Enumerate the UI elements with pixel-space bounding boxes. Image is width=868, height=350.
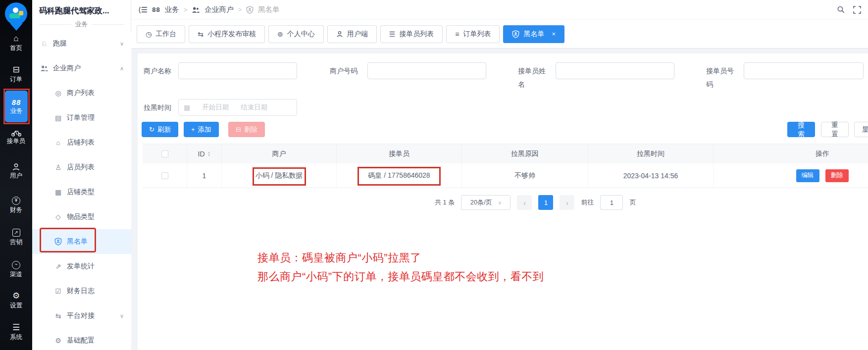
sidebar-item-users[interactable]: 用户 — [0, 162, 32, 180]
logo-parcel-icon — [19, 11, 23, 15]
plus-icon: + — [191, 126, 195, 133]
sidebar-item-system[interactable]: ☰ 系统 — [0, 323, 32, 341]
goods-type-icon: ◇ — [54, 213, 62, 221]
sidebar-item-orders[interactable]: ⊟ 订单 — [0, 65, 32, 83]
menu-item-merchant-list[interactable]: ◎ 商户列表 — [32, 81, 131, 105]
menu-item-finance-log[interactable]: ☑ 财务日志 — [32, 279, 131, 303]
fullscreen-icon[interactable] — [853, 6, 861, 14]
main-area: ⟨☰ 88 业务 > 企业商户 > 黑名单 — [131, 0, 868, 350]
logo-rider-icon — [13, 7, 18, 13]
tab-user-client[interactable]: 用户端 — [327, 25, 377, 43]
merchant-list-icon: ◎ — [54, 89, 62, 97]
reset-button[interactable]: 重置 — [821, 122, 849, 137]
menu-item-goods-type[interactable]: ◇ 物品类型 — [32, 204, 131, 229]
page-size-select[interactable]: 20条/页 ∨ — [461, 195, 511, 210]
sidebar-item-couriers[interactable]: 接单员 — [0, 128, 32, 145]
search-button[interactable]: 搜索 — [787, 122, 815, 137]
tab-profile-center[interactable]: ⊚ 个人中心 — [268, 25, 324, 43]
logo-pin-icon — [5, 2, 27, 25]
merchant-phone-input[interactable] — [367, 62, 486, 79]
add-button[interactable]: + 添加 — [184, 122, 219, 137]
close-icon[interactable]: × — [552, 30, 556, 38]
breadcrumb-enterprise-merchants[interactable]: 企业商户 — [204, 5, 233, 14]
sidebar-item-finance[interactable]: ¥ 财务 — [0, 195, 32, 214]
delete-button[interactable]: ⊟ 删除 — [228, 122, 265, 137]
finance-log-icon: ☑ — [54, 287, 62, 295]
gear-icon: ⚙ — [0, 291, 32, 301]
menu-item-dispatch-stats[interactable]: ⇗ 发单统计 — [32, 254, 131, 279]
menu-item-enterprise-merchants[interactable]: 企业商户 ∧ — [32, 56, 131, 81]
table-header: ID ▲▼ 商户 接单员 拉黑原因 拉黑时间 操作 — [143, 144, 868, 163]
block-time-range-input[interactable]: ▦ 开始日期 结束日期 — [178, 99, 297, 116]
blacklist-panel: 商户名称 商户号码 接单员姓名 接单员号码 拉黑时间 ▦ 开始日期 结束日期 ↻… — [138, 53, 868, 350]
refresh-button[interactable]: ↻ 刷新 — [142, 122, 178, 137]
order-icon: ⊟ — [0, 65, 32, 75]
row-delete-button[interactable]: 删除 — [825, 169, 849, 182]
sort-icon[interactable]: ▲▼ — [207, 151, 211, 157]
list-icon: ☰ — [389, 30, 396, 38]
person-icon — [336, 31, 343, 38]
merchant-name-input[interactable] — [178, 62, 297, 79]
col-header-courier: 接单员 — [337, 144, 462, 163]
shield-icon — [512, 30, 519, 38]
home-icon: ⌂ — [0, 34, 32, 44]
select-all-checkbox[interactable] — [161, 150, 168, 157]
breadcrumb-business[interactable]: 业务 — [165, 5, 179, 14]
menu-item-errand[interactable]: ♘ 跑腿 ∨ — [32, 31, 131, 56]
menu-item-blacklist[interactable]: 黑名单 — [32, 229, 131, 254]
menu-item-order-management[interactable]: ▤ 订单管理 — [32, 105, 131, 130]
tab-workbench[interactable]: ◷ 工作台 — [137, 25, 185, 43]
edit-button[interactable]: 编辑 — [796, 169, 819, 182]
secondary-sidebar: 码科跑腿代驾家政... 业务 ♘ 跑腿 ∨ 企业商户 ∧ ◎ 商户列表 ▤ 订单… — [32, 0, 131, 350]
row-checkbox[interactable] — [161, 172, 168, 179]
chevron-down-icon: ∨ — [120, 313, 124, 319]
goto-page-input[interactable] — [600, 195, 623, 210]
search-icon[interactable] — [837, 5, 845, 14]
menu-item-base-config[interactable]: ⚙ 基础配置 — [32, 328, 131, 350]
next-page-button[interactable]: › — [560, 195, 574, 210]
shop-list-icon: ⌂ — [54, 139, 62, 147]
breadcrumb: ⟨☰ 88 业务 > 企业商户 > 黑名单 — [138, 5, 279, 14]
courier-phone-input[interactable] — [744, 62, 864, 79]
courier-name-label: 接单员姓名 — [518, 64, 549, 91]
user-icon — [0, 163, 32, 171]
profile-pin-icon: ⊚ — [277, 30, 283, 38]
page-1-button[interactable]: 1 — [538, 195, 553, 210]
page-unit-label: 页 — [629, 198, 636, 207]
annotation-line-1: 接单员：碼皇被商户“小码”拉黑了 — [257, 249, 544, 267]
tab-blacklist-active[interactable]: 黑名单 × — [503, 25, 564, 43]
menu-item-platform-link[interactable]: ⇆ 平台对接 ∨ — [32, 303, 131, 328]
menu-item-shop-list[interactable]: ⌂ 店铺列表 — [32, 130, 131, 155]
sidebar-item-home[interactable]: ⌂ 首页 — [0, 34, 32, 52]
cell-id: 1 — [187, 163, 222, 188]
refresh-icon: ↻ — [149, 126, 154, 133]
col-header-id: ID ▲▼ — [187, 144, 222, 163]
tab-miniprogram-review[interactable]: ⇆ 小程序发布审核 — [189, 25, 265, 43]
business-menu: ♘ 跑腿 ∨ 企业商户 ∧ ◎ 商户列表 ▤ 订单管理 ⌂ 店铺列表 — [32, 31, 131, 350]
merchant-name-label: 商户名称 — [144, 64, 174, 78]
channel-icon: ~ — [12, 261, 20, 269]
menu-item-shop-type[interactable]: ▦ 店铺类型 — [32, 180, 131, 204]
breadcrumb-separator: > — [238, 6, 242, 13]
sidebar-item-business-active[interactable]: 88 业务 — [5, 91, 28, 122]
dispatch-stats-icon: ⇗ — [54, 262, 62, 270]
tab-courier-list[interactable]: ☰ 接单员列表 — [380, 25, 443, 43]
breadcrumb-separator: > — [184, 6, 188, 13]
courier-name-input[interactable] — [556, 62, 674, 79]
menu-item-clerk-list[interactable]: ♙ 店员列表 — [32, 155, 131, 180]
primary-sidebar: ⌂ 首页 ⊟ 订单 88 业务 接单员 用户 ¥ 财务 ↗ 营销 ~ — [0, 0, 32, 350]
col-header-time: 拉黑时间 — [588, 144, 714, 163]
errand-icon: ♘ — [40, 40, 49, 48]
tab-order-list[interactable]: ≡ 订单列表 — [446, 25, 500, 43]
sidebar-item-channels[interactable]: ~ 渠道 — [0, 259, 32, 278]
column-display-button[interactable]: 显 — [854, 122, 868, 137]
collapse-menu-icon[interactable]: ⟨☰ — [138, 5, 148, 14]
sidebar-item-marketing[interactable]: ↗ 营销 — [0, 227, 32, 246]
col-header-reason: 拉黑原因 — [462, 144, 588, 163]
sidebar-item-settings[interactable]: ⚙ 设置 — [0, 291, 32, 309]
dashboard-icon: ◷ — [146, 30, 152, 38]
breadcrumb-blacklist: 黑名单 — [258, 5, 280, 14]
base-config-icon: ⚙ — [54, 337, 62, 345]
prev-page-button[interactable]: ‹ — [517, 195, 532, 210]
chevron-up-icon: ∧ — [120, 65, 124, 72]
